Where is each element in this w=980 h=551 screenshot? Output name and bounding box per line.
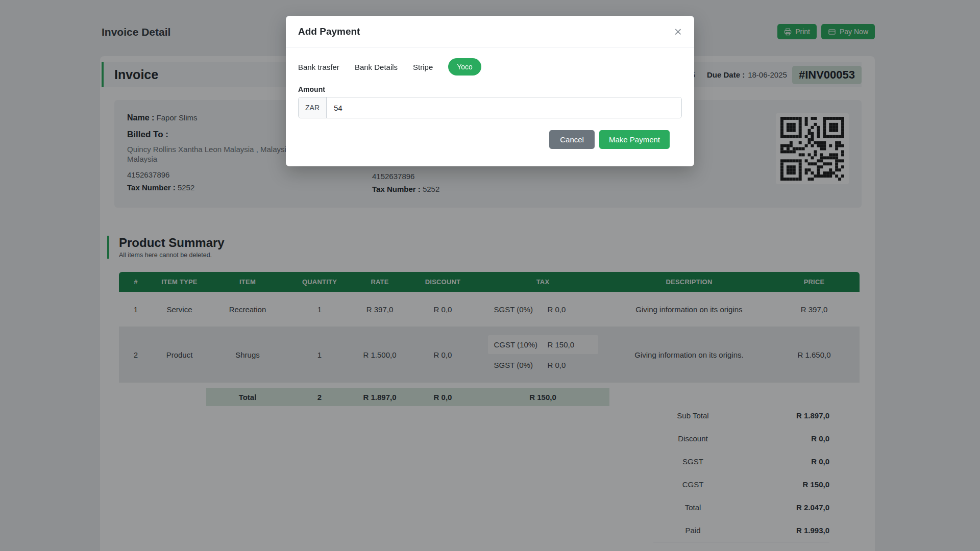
make-payment-button[interactable]: Make Payment xyxy=(599,130,670,149)
close-icon[interactable]: × xyxy=(674,25,682,38)
cancel-button[interactable]: Cancel xyxy=(549,130,595,149)
modal-header: Add Payment × xyxy=(286,16,694,47)
tab-yoco[interactable]: Yoco xyxy=(448,58,481,76)
amount-input[interactable] xyxy=(327,97,681,118)
add-payment-modal: Add Payment × Bank trasferBank DetailsSt… xyxy=(286,16,694,166)
tab-bank-trasfer[interactable]: Bank trasfer xyxy=(298,63,339,71)
payment-method-tabs: Bank trasferBank DetailsStripeYoco xyxy=(298,58,682,76)
tab-bank-details[interactable]: Bank Details xyxy=(355,63,398,71)
modal-body: Bank trasferBank DetailsStripeYoco Amoun… xyxy=(286,47,694,149)
modal-title: Add Payment xyxy=(298,26,360,37)
amount-input-group: ZAR xyxy=(298,97,682,118)
tab-stripe[interactable]: Stripe xyxy=(413,63,433,71)
modal-footer: Cancel Make Payment xyxy=(298,118,682,149)
amount-label: Amount xyxy=(298,85,682,93)
currency-prefix: ZAR xyxy=(299,97,327,118)
